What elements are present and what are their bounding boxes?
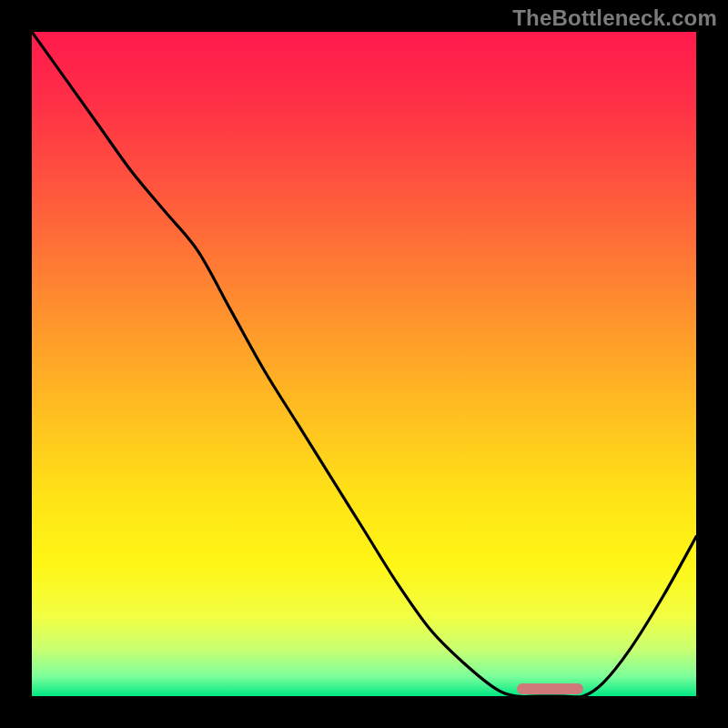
watermark-label: TheBottleneck.com [512, 5, 717, 31]
bottleneck-curve [32, 32, 696, 696]
plot-area [32, 32, 696, 696]
optimal-region-marker [517, 683, 583, 694]
chart-frame: TheBottleneck.com [0, 0, 728, 728]
